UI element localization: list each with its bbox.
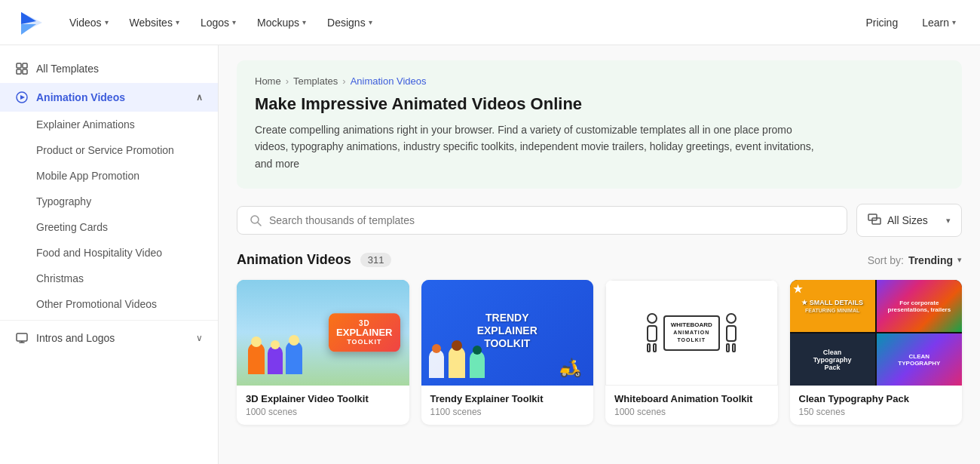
sidebar-food-hospitality[interactable]: Food and Hospitality Video bbox=[0, 240, 218, 266]
nav-logos-chevron: ▾ bbox=[232, 18, 236, 26]
sidebar-animation-videos[interactable]: Animation Videos ∧ bbox=[0, 83, 218, 112]
animation-videos-chevron: ∧ bbox=[196, 92, 203, 103]
nav-videos-chevron: ▾ bbox=[105, 18, 109, 26]
breadcrumb-sep1: › bbox=[286, 75, 289, 87]
breadcrumb: Home › Templates › Animation Videos bbox=[255, 75, 944, 87]
svg-rect-9 bbox=[17, 333, 27, 341]
sidebar-other-promotional[interactable]: Other Promotional Videos bbox=[0, 291, 218, 317]
search-input[interactable] bbox=[269, 214, 835, 226]
sort-chevron[interactable]: ▾ bbox=[957, 255, 962, 265]
card-trendy-info: Trendy Explainer Toolkit 1100 scenes bbox=[421, 386, 594, 425]
play-circle-icon bbox=[15, 91, 29, 104]
intros-logos-chevron: ∨ bbox=[196, 333, 203, 343]
nav-logos[interactable]: Logos ▾ bbox=[191, 11, 245, 35]
card-3d-title: 3D Explainer Video Toolkit bbox=[246, 393, 400, 404]
top-navigation: Videos ▾ Websites ▾ Logos ▾ Mockups ▾ De… bbox=[0, 0, 980, 45]
nav-designs[interactable]: Designs ▾ bbox=[318, 11, 381, 35]
nav-links: Videos ▾ Websites ▾ Logos ▾ Mockups ▾ De… bbox=[60, 11, 856, 35]
sidebar: All Templates Animation Videos ∧ Explain… bbox=[0, 45, 219, 464]
size-filter-chevron: ▾ bbox=[946, 216, 951, 226]
search-container bbox=[237, 206, 847, 235]
breadcrumb-templates[interactable]: Templates bbox=[293, 75, 338, 87]
grid-icon bbox=[15, 62, 29, 75]
svg-rect-6 bbox=[23, 69, 27, 74]
sidebar-greeting-cards[interactable]: Greeting Cards bbox=[0, 214, 218, 240]
hero-box: Home › Templates › Animation Videos Make… bbox=[237, 60, 962, 189]
search-icon bbox=[250, 214, 262, 226]
nav-right: Pricing Learn ▾ bbox=[856, 11, 965, 35]
svg-marker-2 bbox=[21, 24, 36, 35]
monitor-icon bbox=[15, 331, 29, 345]
section-count: 311 bbox=[360, 253, 392, 267]
sidebar-typography[interactable]: Typography bbox=[0, 189, 218, 214]
sort-label: Sort by: bbox=[868, 254, 904, 266]
hero-title: Make Impressive Animated Videos Online bbox=[255, 94, 944, 114]
nav-learn-chevron: ▾ bbox=[952, 18, 956, 26]
nav-mockups[interactable]: Mockups ▾ bbox=[248, 11, 315, 35]
size-filter-dropdown[interactable]: All Sizes ▾ bbox=[856, 204, 962, 237]
size-filter-icon bbox=[868, 212, 881, 229]
card-typography[interactable]: ★ SMALL DETAILSFEATURING MINIMAL For cor… bbox=[790, 280, 963, 425]
card-trendy-explainer[interactable]: 🛵 TRENDYEXPLAINERTOOLKIT Trendy Explaine… bbox=[421, 280, 594, 425]
card-whiteboard-thumbnail: WHITEBOARDANIMATIONTOOLKIT bbox=[605, 280, 778, 386]
nav-websites[interactable]: Websites ▾ bbox=[121, 11, 188, 35]
nav-websites-chevron: ▾ bbox=[176, 18, 179, 26]
sidebar-explainer-animations[interactable]: Explainer Animations bbox=[0, 112, 218, 137]
svg-marker-8 bbox=[20, 95, 25, 100]
search-row: All Sizes ▾ bbox=[237, 204, 962, 237]
section-header: Animation Videos 311 Sort by: Trending ▾ bbox=[237, 252, 962, 268]
main-layout: All Templates Animation Videos ∧ Explain… bbox=[0, 45, 980, 464]
card-whiteboard[interactable]: WHITEBOARDANIMATIONTOOLKIT bbox=[605, 280, 778, 425]
card-typography-scenes: 150 scenes bbox=[799, 407, 954, 417]
card-whiteboard-scenes: 1000 scenes bbox=[614, 407, 769, 417]
svg-rect-4 bbox=[23, 63, 27, 68]
svg-rect-5 bbox=[17, 69, 21, 74]
nav-learn[interactable]: Learn ▾ bbox=[913, 11, 965, 35]
sidebar-christmas[interactable]: Christmas bbox=[0, 266, 218, 291]
card-typography-title: Clean Typography Pack bbox=[799, 393, 954, 404]
card-3d-explainer[interactable]: 3D EXPLAINER TOOLKIT 3D Explainer Video … bbox=[237, 280, 409, 425]
sidebar-all-templates[interactable]: All Templates bbox=[0, 54, 218, 83]
breadcrumb-home[interactable]: Home bbox=[255, 75, 281, 87]
card-whiteboard-title: Whiteboard Animation Toolkit bbox=[614, 393, 769, 404]
breadcrumb-current: Animation Videos bbox=[351, 75, 427, 87]
nav-pricing[interactable]: Pricing bbox=[856, 11, 907, 35]
card-3d-info: 3D Explainer Video Toolkit 1000 scenes bbox=[237, 386, 409, 425]
nav-designs-chevron: ▾ bbox=[369, 18, 372, 26]
card-3d-thumbnail: 3D EXPLAINER TOOLKIT bbox=[237, 280, 409, 386]
card-trendy-title: Trendy Explainer Toolkit bbox=[430, 393, 585, 404]
card-typography-info: Clean Typography Pack 150 scenes bbox=[790, 386, 963, 425]
svg-line-13 bbox=[258, 223, 261, 226]
card-trendy-scenes: 1100 scenes bbox=[430, 407, 585, 417]
sort-value[interactable]: Trending bbox=[908, 254, 953, 266]
sidebar-intros-logos[interactable]: Intros and Logos ∨ bbox=[0, 324, 218, 352]
sidebar-mobile-app[interactable]: Mobile App Promotion bbox=[0, 163, 218, 189]
sort-row: Sort by: Trending ▾ bbox=[868, 254, 962, 266]
card-whiteboard-info: Whiteboard Animation Toolkit 1000 scenes bbox=[605, 386, 778, 425]
card-typography-thumbnail: ★ SMALL DETAILSFEATURING MINIMAL For cor… bbox=[790, 280, 963, 386]
sidebar-divider bbox=[0, 320, 218, 321]
card-trendy-thumbnail: 🛵 TRENDYEXPLAINERTOOLKIT bbox=[421, 280, 594, 386]
sidebar-product-service[interactable]: Product or Service Promotion bbox=[0, 137, 218, 163]
section-title: Animation Videos bbox=[237, 252, 351, 268]
nav-videos[interactable]: Videos ▾ bbox=[60, 11, 118, 35]
main-content: Home › Templates › Animation Videos Make… bbox=[219, 45, 980, 464]
svg-rect-3 bbox=[17, 63, 21, 68]
card-grid: 3D EXPLAINER TOOLKIT 3D Explainer Video … bbox=[237, 280, 962, 425]
breadcrumb-sep2: › bbox=[342, 75, 345, 87]
hero-description: Create compelling animations right in yo… bbox=[255, 121, 820, 172]
size-filter-label: All Sizes bbox=[887, 214, 928, 226]
nav-mockups-chevron: ▾ bbox=[302, 18, 306, 26]
card-3d-scenes: 1000 scenes bbox=[246, 407, 400, 417]
logo[interactable] bbox=[15, 8, 45, 38]
